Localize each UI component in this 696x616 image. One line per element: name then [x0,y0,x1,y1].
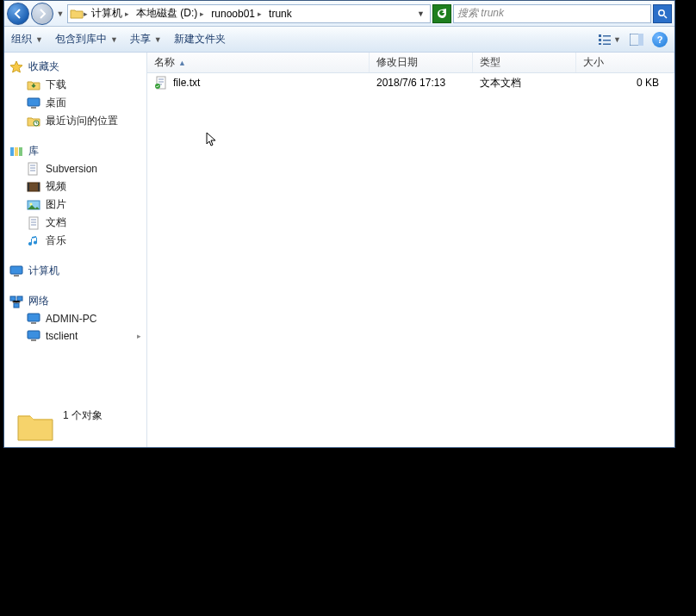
svg-rect-24 [10,296,16,301]
computer-group[interactable]: 计算机 [4,262,146,280]
recent-icon [27,115,40,128]
new-folder-button[interactable]: 新建文件夹 [174,32,226,47]
search-input[interactable]: 搜索 trunk [453,4,651,23]
svg-rect-23 [14,275,19,277]
sidebar-item[interactable]: 音乐 [4,232,146,250]
history-dropdown[interactable]: ▼ [55,3,65,25]
status-text: 1 个对象 [63,408,103,423]
column-size[interactable]: 大小 [576,53,674,72]
svg-rect-26 [14,303,19,308]
svg-rect-16 [28,183,40,191]
explorer-window: ▼ ▸ 计算机 ▸ 本地磁盘 (D:) ▸ runoob01 ▸ trunk ▼… [3,0,675,448]
computer-icon [9,264,23,278]
back-button[interactable] [7,3,29,25]
svg-rect-5 [603,40,611,41]
svg-rect-18 [38,183,40,191]
sidebar-item[interactable]: Subversion [4,160,146,177]
help-button[interactable]: ? [652,32,668,47]
column-headers: 名称 ▲ 修改日期 类型 大小 [147,53,674,73]
svg-rect-22 [10,266,22,274]
breadcrumb-bar[interactable]: ▸ 计算机 ▸ 本地磁盘 (D:) ▸ runoob01 ▸ trunk ▼ [67,4,431,23]
folder-icon [70,7,84,21]
search-button[interactable] [653,4,672,23]
address-bar: ▼ ▸ 计算机 ▸ 本地磁盘 (D:) ▸ runoob01 ▸ trunk ▼… [4,1,674,27]
svn-icon [27,162,40,176]
video-icon [27,180,40,194]
svg-rect-21 [29,217,38,229]
path-dropdown[interactable]: ▼ [413,9,428,18]
svg-point-0 [659,9,664,15]
svg-rect-30 [31,339,36,341]
svg-rect-14 [19,147,22,156]
text-file-icon [154,76,168,90]
sidebar-item[interactable]: 下载 [4,76,146,94]
network-group[interactable]: 网络 [4,292,146,310]
breadcrumb: runoob01 ▸ [208,5,265,22]
sidebar-item[interactable]: tsclient▸ [4,327,146,345]
svg-rect-25 [17,296,22,301]
body: 收藏夹 下载 桌面 最近访问的位置 库 Subversion 视频 图片 文档 … [4,53,674,447]
sidebar-item[interactable]: ADMIN-PC [4,310,146,327]
svg-rect-3 [599,43,601,45]
breadcrumb: 本地磁盘 (D:) ▸ [133,5,208,22]
svg-rect-17 [28,183,29,191]
desktop-icon [27,96,40,110]
sidebar-item[interactable]: 文档 [4,214,146,232]
navigation-pane: 收藏夹 下载 桌面 最近访问的位置 库 Subversion 视频 图片 文档 … [4,53,147,447]
svg-rect-2 [599,39,601,41]
file-list: 名称 ▲ 修改日期 类型 大小 file.txt 2018/7/6 17:13 … [147,53,674,447]
computer-icon [27,329,40,343]
svg-rect-12 [10,147,14,156]
column-name[interactable]: 名称 ▲ [147,53,370,72]
column-type[interactable]: 类型 [473,53,576,72]
svg-rect-6 [603,43,611,45]
sidebar-item[interactable]: 视频 [4,177,146,196]
sidebar-item[interactable]: 桌面 [4,94,146,112]
organize-menu[interactable]: 组织 ▼ [11,32,43,47]
folder-large-icon [16,409,54,444]
svg-rect-28 [31,322,36,324]
cursor-icon [206,132,218,147]
favorites-group[interactable]: 收藏夹 [4,58,146,76]
preview-pane-button[interactable] [630,34,643,46]
refresh-button[interactable] [432,4,451,23]
music-icon [27,234,40,248]
svg-rect-29 [28,331,40,339]
file-row[interactable]: file.txt 2018/7/6 17:13 文本文档 0 KB [147,73,674,92]
svg-rect-1 [599,34,601,37]
libraries-group[interactable]: 库 [4,142,146,160]
toolbar: 组织 ▼ 包含到库中 ▼ 共享 ▼ 新建文件夹 ▼ ? [4,27,674,53]
breadcrumb: trunk [265,5,295,22]
forward-button[interactable] [31,3,53,25]
view-mode-button[interactable]: ▼ [598,34,621,46]
sidebar-item[interactable]: 最近访问的位置 [4,112,146,130]
svg-rect-15 [28,163,37,175]
svg-rect-27 [28,314,40,321]
download-icon [27,78,40,92]
svg-rect-8 [638,34,643,46]
svg-rect-9 [28,98,40,106]
network-icon [9,295,23,308]
svg-rect-10 [31,107,36,109]
column-date[interactable]: 修改日期 [370,53,473,72]
pictures-icon [27,198,40,212]
include-in-library-menu[interactable]: 包含到库中 ▼ [55,32,118,47]
svg-rect-4 [603,35,611,37]
computer-icon [27,312,40,326]
libraries-icon [9,145,23,159]
star-icon [9,60,23,74]
share-menu[interactable]: 共享 ▼ [130,32,162,47]
breadcrumb: 计算机 ▸ [88,5,133,22]
sidebar-item[interactable]: 图片 [4,196,146,214]
documents-icon [27,216,40,230]
svg-rect-13 [15,147,18,156]
